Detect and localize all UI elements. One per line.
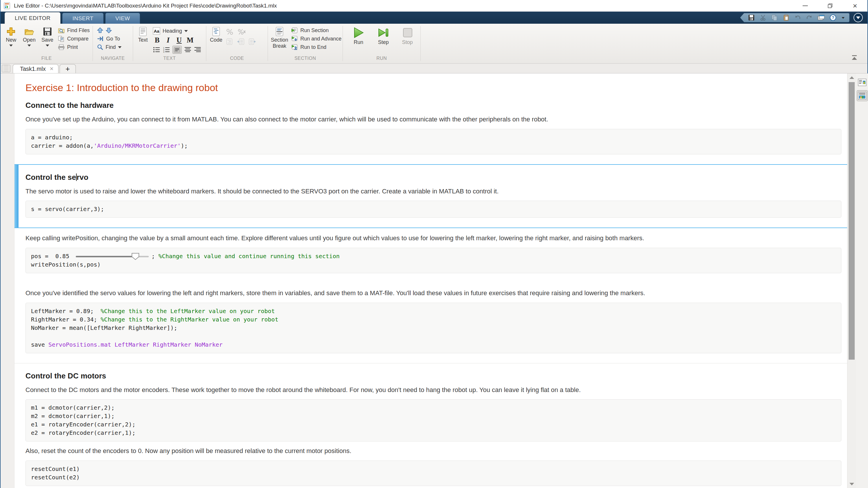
output-on-right-button[interactable] — [857, 77, 868, 88]
code-button[interactable]: Code — [209, 26, 223, 43]
cut-icon[interactable] — [760, 14, 767, 21]
code-line[interactable]: a = arduino; — [31, 133, 836, 142]
compare-button[interactable]: Compare — [58, 36, 90, 42]
code-line[interactable]: resetCount(e2) — [31, 473, 836, 482]
save-button[interactable]: Save — [40, 26, 55, 46]
tab-insert[interactable]: INSERT — [62, 13, 103, 24]
find-button[interactable]: Find — [97, 44, 122, 50]
run-button[interactable]: Run — [350, 26, 367, 45]
italic-button[interactable]: I — [164, 36, 173, 44]
go-up-icon[interactable] — [97, 27, 103, 34]
code-line[interactable]: resetCount(e1) — [31, 465, 836, 473]
scrollbar-thumb[interactable] — [848, 82, 855, 360]
smart-indent-icon[interactable] — [226, 38, 233, 45]
run-to-end-button[interactable]: Run to End — [291, 44, 341, 50]
code-block[interactable]: s = servo(carrier,3); — [26, 201, 841, 218]
restore-button[interactable] — [818, 0, 842, 11]
code-text: carrier = addon(a, — [31, 142, 94, 150]
undo-icon[interactable] — [794, 14, 801, 21]
code-line[interactable]: m2 = dcmotor(carrier,1); — [31, 412, 836, 420]
doc-heading[interactable]: Connect to the hardware — [26, 101, 841, 110]
copy-icon[interactable] — [771, 14, 778, 21]
code-line[interactable]: carrier = addon(a,'Arduino/MKRMotorCarri… — [31, 142, 836, 150]
section-break-button[interactable]: SectionBreak — [271, 26, 288, 49]
text-button[interactable]: Text — [136, 26, 150, 43]
code-line[interactable]: RightMarker = 0.34; %Change this to the … — [31, 316, 836, 324]
scroll-up-button[interactable] — [847, 73, 856, 82]
slider-thumb[interactable] — [132, 253, 139, 260]
bold-button[interactable]: B — [153, 36, 161, 44]
code-line[interactable]: s = servo(carrier,3); — [31, 205, 836, 214]
ribbon-options-button[interactable] — [854, 13, 863, 22]
live-script-content: Exercise 1: Introduction to the drawing … — [14, 75, 847, 488]
doc-section-intro: Exercise 1: Introduction to the drawing … — [14, 75, 847, 164]
code-line[interactable]: m1 = dcmotor(carrier,2); — [31, 403, 836, 412]
heading-style-dropdown[interactable]: Aa Heading — [153, 27, 202, 35]
help-icon[interactable]: ? — [830, 14, 836, 21]
bullet-list-icon[interactable] — [153, 46, 160, 53]
code-text: LeftMarker = 0.89; — [31, 307, 101, 316]
document-tab-task1[interactable]: Task1.mlx × — [13, 64, 58, 73]
align-center-icon[interactable] — [184, 46, 191, 53]
doc-paragraph[interactable]: The servo motor is used to raise and low… — [26, 187, 841, 196]
scroll-down-button[interactable] — [847, 480, 856, 488]
collapse-ribbon-button[interactable] — [851, 55, 858, 60]
code-line[interactable]: save ServoPositions.mat LeftMarker Right… — [31, 340, 836, 349]
code-line[interactable]: e2 = rotaryEncoder(carrier,1); — [31, 429, 836, 437]
run-section-button[interactable]: Run Section — [291, 27, 341, 34]
go-to-button[interactable]: Go To — [97, 36, 122, 42]
code-line[interactable]: NoMarker = mean([LeftMarker RightMarker]… — [31, 324, 836, 332]
position-slider[interactable] — [76, 253, 149, 260]
run-and-advance-button[interactable]: Run and Advance — [291, 36, 341, 42]
code-block[interactable]: resetCount(e1)resetCount(e2) — [26, 460, 841, 486]
uncomment-icon[interactable] — [238, 28, 246, 35]
dock-grip-handle[interactable] — [2, 65, 10, 72]
stop-button[interactable]: Stop — [400, 26, 415, 45]
open-button[interactable]: Open — [22, 26, 37, 46]
step-button[interactable]: Step — [375, 26, 392, 45]
new-document-tab-button[interactable]: + — [60, 64, 76, 73]
code-block[interactable]: pos = 0.85 ; %Change this value and cont… — [26, 248, 841, 273]
code-line[interactable]: writePosition(s,pos) — [31, 260, 836, 269]
layout-icon[interactable] — [817, 14, 825, 21]
code-block[interactable]: m1 = dcmotor(carrier,2);m2 = dcmotor(car… — [26, 399, 841, 442]
print-button[interactable]: Print — [58, 44, 90, 50]
redo-icon[interactable] — [806, 14, 813, 21]
monospace-button[interactable]: M — [186, 36, 194, 44]
tab-view[interactable]: VIEW — [105, 13, 140, 24]
close-button[interactable]: × — [842, 0, 867, 11]
doc-paragraph[interactable]: Once you've set up the Arduino, you can … — [26, 115, 841, 124]
doc-heading[interactable]: Control the servo — [26, 173, 841, 182]
tab-live-editor[interactable]: LIVE EDITOR — [5, 12, 60, 24]
comment-icon[interactable] — [226, 28, 234, 35]
numbered-list-icon[interactable]: 123 — [163, 46, 170, 53]
find-files-icon — [58, 27, 65, 34]
output-inline-button[interactable] — [857, 90, 868, 101]
go-down-icon[interactable] — [105, 27, 112, 34]
find-files-button[interactable]: Find Files — [58, 27, 90, 34]
doc-paragraph[interactable]: Once you've identified the servo values … — [26, 289, 841, 297]
align-right-icon[interactable] — [194, 46, 202, 53]
underline-button[interactable]: U — [175, 36, 183, 44]
paste-icon[interactable] — [783, 14, 789, 21]
align-left-button[interactable] — [173, 46, 182, 54]
doc-paragraph[interactable]: Keep calling writePosition, changing the… — [26, 234, 841, 242]
code-line[interactable]: e1 = rotaryEncoder(carrier,2); — [31, 420, 836, 429]
vertical-scrollbar[interactable] — [847, 73, 856, 488]
doc-title[interactable]: Exercise 1: Introduction to the drawing … — [26, 82, 841, 93]
increase-indent-icon[interactable] — [237, 38, 245, 45]
doc-heading[interactable]: Control the DC motors — [26, 371, 841, 381]
code-block[interactable]: a = arduino;carrier = addon(a,'Arduino/M… — [26, 129, 841, 154]
new-button[interactable]: New — [3, 26, 19, 46]
code-line[interactable] — [31, 332, 836, 340]
minimize-button[interactable] — [793, 0, 818, 11]
tab-close-icon[interactable]: × — [50, 65, 54, 72]
code-line[interactable]: pos = 0.85 ; %Change this value and cont… — [31, 252, 836, 260]
decrease-indent-icon[interactable] — [249, 38, 256, 45]
code-line[interactable]: LeftMarker = 0.89; %Change this to the L… — [31, 307, 836, 316]
doc-paragraph[interactable]: Connect to the DC motors and the motor e… — [26, 386, 841, 394]
code-block[interactable]: LeftMarker = 0.89; %Change this to the L… — [26, 303, 841, 353]
qab-menu-chevron-icon[interactable] — [841, 14, 845, 21]
quick-save-icon[interactable] — [748, 14, 755, 21]
doc-paragraph[interactable]: Also, reset the count of the encoders to… — [26, 447, 841, 455]
